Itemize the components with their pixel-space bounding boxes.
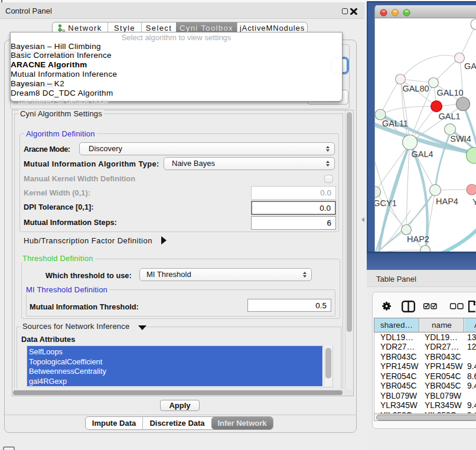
- svg-text:GAL10: GAL10: [436, 88, 463, 97]
- svg-text:YJL: YJL: [472, 197, 476, 207]
- svg-text:GAL1: GAL1: [438, 112, 460, 121]
- svg-text:GAL7: GAL7: [464, 61, 476, 71]
- svg-text:HAP4: HAP4: [436, 197, 458, 206]
- svg-text:GAL11: GAL11: [382, 119, 408, 128]
- svg-text:HAP2: HAP2: [407, 234, 429, 244]
- svg-text:GCY1: GCY1: [375, 198, 397, 208]
- svg-text:GAL80: GAL80: [402, 84, 429, 93]
- svg-text:GAL4: GAL4: [411, 149, 433, 159]
- svg-text:SWI4: SWI4: [450, 134, 471, 144]
